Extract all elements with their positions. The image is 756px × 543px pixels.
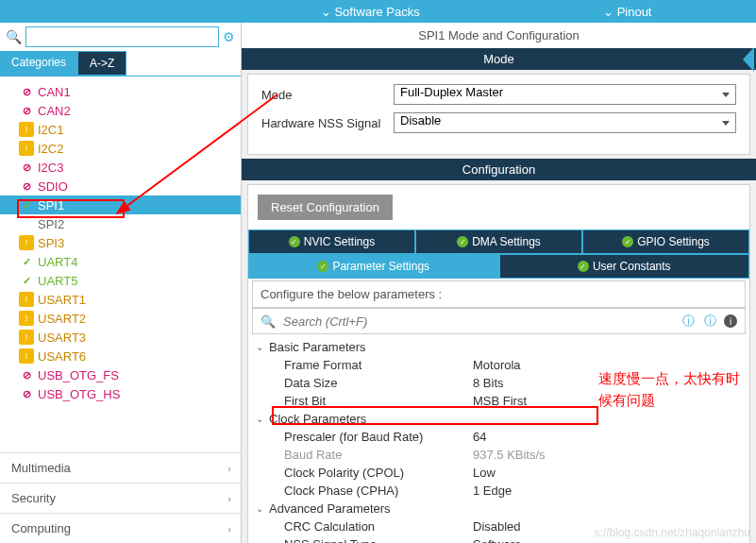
peripheral-item-usart1[interactable]: !USART1	[0, 290, 241, 309]
config-tab-nvic-settings[interactable]: ✓NVIC Settings	[248, 229, 415, 254]
peripheral-label: USB_OTG_HS	[38, 387, 120, 401]
block-icon: ⊘	[19, 178, 34, 194]
peripheral-item-i2c2[interactable]: !I2C2	[0, 139, 241, 158]
peripheral-label: USART6	[38, 349, 86, 364]
peripheral-item-spi1[interactable]: ✓SPI1	[0, 195, 241, 214]
check-icon: ✓	[578, 261, 589, 272]
param-row[interactable]: CRC CalculationDisabled	[256, 518, 742, 535]
param-name: First Bit	[256, 394, 473, 408]
none-icon	[19, 216, 34, 231]
category-label: Multimedia	[11, 461, 71, 475]
param-row[interactable]: Frame FormatMotorola	[256, 356, 742, 374]
param-value: Disabled	[473, 519, 521, 534]
peripheral-item-spi3[interactable]: !SPI3	[0, 233, 241, 252]
peripheral-item-i2c1[interactable]: !I2C1	[0, 120, 241, 139]
peripheral-item-usb_otg_fs[interactable]: ⊘USB_OTG_FS	[0, 365, 241, 384]
group-label: Basic Parameters	[269, 340, 366, 354]
param-group-clock-parameters[interactable]: ⌄Clock Parameters	[256, 410, 742, 428]
check-icon: ✓	[19, 254, 34, 269]
peripheral-item-usb_otg_hs[interactable]: ⊘USB_OTG_HS	[0, 384, 241, 403]
config-tab-gpio-settings[interactable]: ✓GPIO Settings	[582, 229, 749, 254]
warn-icon: !	[19, 330, 34, 345]
peripheral-item-spi2[interactable]: SPI2	[0, 214, 241, 233]
group-label: Clock Parameters	[269, 412, 366, 426]
config-tab-dma-settings[interactable]: ✓DMA Settings	[415, 229, 582, 254]
param-value: 64	[473, 430, 486, 444]
param-search-input[interactable]	[283, 314, 675, 329]
tab-label: User Constants	[593, 260, 671, 273]
peripheral-label: USART1	[38, 293, 86, 307]
peripheral-label: UART4	[38, 255, 77, 269]
param-group-basic-parameters[interactable]: ⌄Basic Parameters	[256, 338, 742, 356]
warn-icon: !	[19, 311, 34, 326]
peripheral-label: CAN2	[38, 104, 71, 118]
peripheral-item-uart5[interactable]: ✓UART5	[0, 271, 241, 290]
nss-select[interactable]: Disable	[394, 112, 736, 133]
check-icon: ✓	[19, 197, 34, 212]
param-row[interactable]: Clock Phase (CPHA)1 Edge	[256, 482, 742, 500]
peripheral-search-input[interactable]	[25, 26, 219, 47]
warn-icon: !	[19, 235, 34, 250]
next-match-icon[interactable]: ⓘ	[704, 313, 716, 330]
param-value: Low	[473, 466, 496, 480]
param-search-icon[interactable]: 🔍	[260, 314, 276, 329]
param-row[interactable]: NSS Signal TypeSoftware	[256, 535, 742, 543]
category-label: Security	[11, 491, 56, 505]
param-value: 8 Bits	[473, 376, 504, 390]
param-name: NSS Signal Type	[256, 537, 473, 543]
param-row[interactable]: Data Size8 Bits	[256, 374, 742, 392]
param-name: Prescaler (for Baud Rate)	[256, 430, 473, 444]
tab-software-packs[interactable]: ⌄ Software Packs	[242, 2, 499, 22]
mode-select[interactable]: Full-Duplex Master	[394, 84, 736, 105]
peripheral-item-usart6[interactable]: !USART6	[0, 347, 241, 365]
reset-configuration-button[interactable]: Reset Configuration	[258, 195, 393, 220]
gear-icon[interactable]: ⚙	[223, 29, 235, 44]
tab-pinout[interactable]: ⌄ Pinout	[499, 2, 757, 22]
category-computing[interactable]: Computing›	[0, 513, 241, 543]
param-row[interactable]: Prescaler (for Baud Rate)64	[256, 428, 742, 446]
config-tab-user-constants[interactable]: ✓User Constants	[499, 254, 750, 279]
param-row[interactable]: First BitMSB First	[256, 392, 742, 410]
tab-categories[interactable]: Categories	[0, 51, 77, 76]
check-icon: ✓	[317, 261, 328, 272]
peripheral-label: SPI2	[38, 217, 64, 231]
param-row[interactable]: Baud Rate937.5 KBits/s	[256, 446, 742, 464]
warn-icon: !	[19, 348, 34, 364]
peripheral-label: USART3	[38, 331, 86, 345]
tab-label: GPIO Settings	[637, 235, 710, 248]
param-name: Frame Format	[256, 358, 473, 372]
param-value: Software	[473, 537, 521, 543]
block-icon: ⊘	[19, 386, 34, 401]
peripheral-item-can1[interactable]: ⊘CAN1	[0, 82, 241, 101]
param-group-advanced-parameters[interactable]: ⌄Advanced Parameters	[256, 500, 742, 518]
param-name: Baud Rate	[256, 448, 473, 462]
category-security[interactable]: Security›	[0, 483, 241, 513]
param-row[interactable]: Clock Polarity (CPOL)Low	[256, 464, 742, 482]
info-icon[interactable]: i	[724, 314, 737, 328]
tab-a-to-z[interactable]: A->Z	[77, 51, 126, 76]
peripheral-item-sdio[interactable]: ⊘SDIO	[0, 177, 241, 195]
peripheral-label: USB_OTG_FS	[38, 368, 119, 382]
category-multimedia[interactable]: Multimedia›	[0, 452, 241, 483]
param-value: 1 Edge	[473, 484, 512, 498]
peripheral-label: SDIO	[38, 179, 68, 194]
search-icon[interactable]: 🔍	[6, 29, 22, 44]
right-pane: SPI1 Mode and Configuration Mode Mode Fu…	[242, 23, 756, 543]
peripheral-item-usart2[interactable]: !USART2	[0, 309, 241, 328]
peripheral-item-uart4[interactable]: ✓UART4	[0, 252, 241, 271]
peripheral-label: SPI1	[38, 198, 64, 212]
block-icon: ⊘	[19, 160, 34, 175]
warn-icon: !	[19, 292, 34, 307]
peripheral-item-usart3[interactable]: !USART3	[0, 328, 241, 347]
check-icon: ✓	[289, 236, 300, 247]
prev-match-icon[interactable]: ⓘ	[682, 313, 695, 330]
config-hint: Configure the below parameters :	[252, 280, 746, 308]
config-tab-parameter-settings[interactable]: ✓Parameter Settings	[248, 254, 499, 279]
peripheral-item-i2c3[interactable]: ⊘I2C3	[0, 158, 241, 177]
chevron-right-icon: ›	[227, 523, 231, 535]
peripheral-label: UART5	[38, 274, 77, 288]
peripheral-item-can2[interactable]: ⊘CAN2	[0, 101, 241, 120]
mode-header: Mode	[242, 48, 756, 70]
tab-label: Parameter Settings	[332, 260, 429, 273]
peripheral-label: USART2	[38, 312, 86, 326]
